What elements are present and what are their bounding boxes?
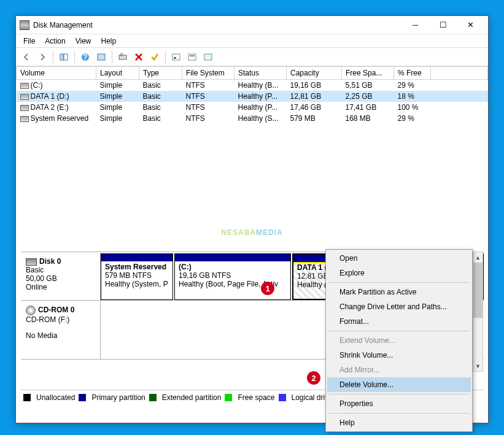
menu-format[interactable]: Format... [327, 314, 471, 329]
svg-rect-9 [188, 54, 196, 60]
menu-extend-volume: Extend Volume... [327, 333, 471, 348]
legend-label: Free space [238, 393, 274, 402]
disk-list-button[interactable] [169, 50, 183, 64]
menu-help[interactable]: Help [327, 415, 471, 430]
table-header-row[interactable]: Volume Layout Type File System Status Ca… [17, 67, 488, 80]
menu-help[interactable]: Help [96, 36, 122, 47]
col-status[interactable]: Status [235, 67, 287, 80]
col-type[interactable]: Type [139, 67, 182, 80]
svg-rect-1 [64, 54, 68, 60]
col-free[interactable]: Free Spa... [342, 67, 394, 80]
menu-shrink-volume[interactable]: Shrink Volume... [327, 348, 471, 363]
scroll-down-button[interactable]: ▼ [473, 361, 483, 371]
window-title: Disk Management [33, 21, 401, 29]
back-button[interactable] [20, 50, 33, 64]
cdrom-header[interactable]: CD-ROM 0 CD-ROM (F:) No Media [21, 301, 101, 359]
help-button[interactable]: ? [79, 50, 92, 64]
context-menu: Open Explore Mark Partition as Active Ch… [325, 249, 473, 432]
col-volume[interactable]: Volume [17, 67, 96, 80]
svg-rect-0 [60, 54, 63, 60]
volume-icon [20, 83, 29, 89]
volume-table: Volume Layout Type File System Status Ca… [16, 66, 488, 124]
cdrom-icon [26, 306, 36, 315]
settings-button[interactable] [116, 50, 130, 64]
table-row-selected[interactable]: DATA 1 (D:)SimpleBasicNTFSHealthy (P...1… [17, 91, 488, 102]
menu-properties[interactable]: Properties [327, 396, 471, 411]
watermark: NESABAMEDIA [221, 218, 282, 239]
menu-add-mirror: Add Mirror... [327, 363, 471, 377]
table-row[interactable]: System ReservedSimpleBasicNTFSHealthy (S… [17, 113, 488, 124]
delete-icon[interactable] [132, 50, 145, 64]
legend-label: Extended partition [162, 393, 222, 402]
callout-2: 2 [307, 371, 320, 385]
col-fs[interactable]: File System [182, 67, 235, 80]
partition-c[interactable]: (C:) 19,16 GB NTFS Healthy (Boot, Page F… [174, 253, 291, 300]
legend-swatch-free [225, 394, 232, 401]
legend-swatch-unallocated [23, 394, 31, 401]
menu-file[interactable]: File [18, 36, 40, 47]
menu-view[interactable]: View [71, 36, 96, 47]
menu-delete-volume[interactable]: Delete Volume... [327, 377, 471, 392]
menubar: File Action View Help [16, 34, 488, 48]
volume-icon [20, 94, 29, 100]
minimize-button[interactable]: ─ [401, 17, 429, 34]
legend-label: Primary partition [91, 393, 145, 402]
col-layout[interactable]: Layout [96, 67, 139, 80]
menu-explore[interactable]: Explore [327, 266, 471, 280]
close-button[interactable]: ✕ [457, 17, 484, 34]
disk-0-header[interactable]: Disk 0 Basic 50,00 GB Online [21, 252, 101, 300]
table-row[interactable]: DATA 2 (E:)SimpleBasicNTFSHealthy (P...1… [17, 102, 488, 113]
maximize-button[interactable]: ☐ [429, 17, 457, 34]
col-blank[interactable] [431, 67, 488, 80]
check-icon[interactable] [148, 50, 161, 64]
menu-open[interactable]: Open [327, 251, 471, 266]
refresh-button[interactable] [95, 50, 108, 64]
scroll-up-button[interactable]: ▲ [473, 252, 483, 263]
forward-button[interactable] [36, 50, 49, 64]
table-row[interactable]: (C:)SimpleBasicNTFSHealthy (B...19,16 GB… [17, 80, 488, 91]
legend-label: Unallocated [36, 393, 75, 402]
svg-rect-4 [98, 54, 105, 60]
svg-rect-10 [190, 55, 195, 56]
volume-icon [20, 105, 29, 111]
volume-icon [20, 116, 29, 122]
scroll-thumb[interactable] [473, 263, 483, 318]
show-hide-button[interactable] [57, 50, 71, 64]
callout-1: 1 [261, 282, 274, 295]
disk-icon [26, 258, 37, 266]
menu-mark-active[interactable]: Mark Partition as Active [327, 285, 471, 299]
col-capacity[interactable]: Capacity [287, 67, 342, 80]
scrollbar[interactable]: ▲ ▼ [473, 252, 483, 372]
graphical-view-button[interactable] [201, 50, 215, 64]
legend-swatch-extended [149, 394, 157, 401]
svg-rect-8 [174, 57, 176, 59]
svg-rect-5 [119, 55, 126, 60]
col-pctfree[interactable]: % Free [394, 67, 431, 80]
menu-change-letter[interactable]: Change Drive Letter and Paths... [327, 299, 471, 314]
volume-list-button[interactable] [185, 50, 199, 64]
app-icon [20, 20, 29, 30]
titlebar[interactable]: Disk Management ─ ☐ ✕ [16, 16, 488, 34]
svg-rect-11 [204, 54, 212, 60]
legend-swatch-primary [79, 394, 86, 401]
menu-action[interactable]: Action [40, 36, 70, 47]
toolbar: ? [16, 48, 488, 66]
svg-text:?: ? [83, 53, 87, 61]
legend-swatch-logical [279, 394, 286, 401]
partition-system-reserved[interactable]: System Reserved 579 MB NTFS Healthy (Sys… [101, 253, 173, 300]
